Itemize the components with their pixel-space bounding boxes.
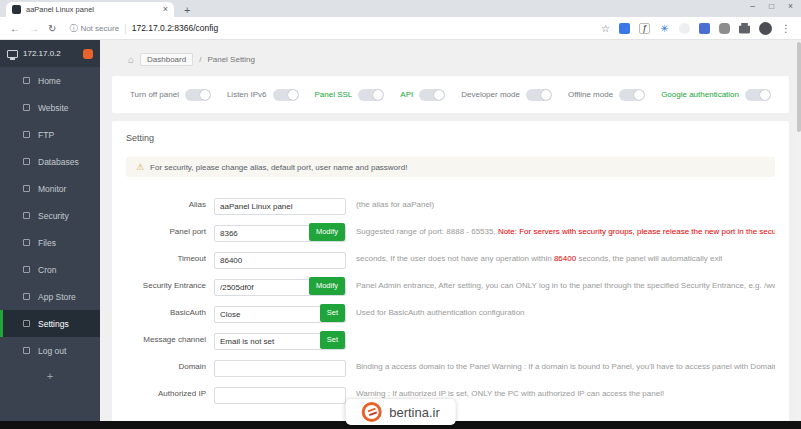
warning-text: For security, please change alias, defau… — [150, 163, 407, 172]
tab-title: aaPanel Linux panel — [26, 5, 158, 14]
form-row-basicauth: BasicAuth Set Used for BasicAuth authent… — [126, 299, 775, 326]
message-channel-set-button[interactable]: Set — [320, 331, 345, 349]
extension-icon[interactable]: ƒ — [639, 23, 650, 34]
sidebar-item-cron[interactable]: Cron — [0, 256, 100, 283]
form-row-message-channel: Message channel Set — [126, 326, 775, 353]
sidebar-item-databases[interactable]: Databases — [0, 148, 100, 175]
bertina-watermark: bertina.ir — [345, 399, 456, 425]
browser-tab[interactable]: aaPanel Linux panel × — [6, 2, 174, 17]
ftp-icon — [23, 131, 30, 138]
browser-tabstrip: aaPanel Linux panel × + – □ × — [0, 0, 801, 17]
toggle-listen-ipv6: Listen IPv6 — [227, 89, 299, 101]
clock-icon — [23, 266, 30, 273]
database-icon — [23, 158, 30, 165]
extension-icon[interactable] — [699, 23, 710, 34]
panel-port-modify-button[interactable]: Modify — [309, 223, 345, 241]
sidebar-collapse-icon[interactable]: + — [0, 370, 100, 382]
gear-icon — [23, 320, 30, 327]
extension-icon[interactable] — [619, 23, 630, 34]
sidebar: 172.17.0.2 Home Website FTP Databases Mo… — [0, 40, 100, 429]
info-icon: ⓘ — [69, 23, 77, 34]
domain-input[interactable] — [214, 360, 346, 377]
server-header[interactable]: 172.17.0.2 — [0, 40, 100, 67]
shield-extension-icon[interactable] — [679, 23, 690, 34]
notification-badge[interactable] — [83, 49, 93, 59]
toggle-turn-off-panel: Turn off panel — [130, 89, 211, 101]
main-content: ⌂ Dashboard / Panel Setting Turn off pan… — [100, 40, 801, 429]
authorized-ip-input[interactable] — [214, 387, 346, 404]
settings-form: Alias (the alias for aaPanel) Panel port… — [126, 191, 775, 407]
divider: | — [124, 23, 127, 34]
shield-icon — [23, 212, 30, 219]
sidebar-item-files[interactable]: Files — [0, 229, 100, 256]
sidebar-item-website[interactable]: Website — [0, 94, 100, 121]
not-secure-badge[interactable]: ⓘ Not secure — [69, 23, 119, 34]
toggle-developer-mode: Developer mode — [461, 89, 552, 101]
alias-input[interactable] — [214, 198, 346, 215]
window-close-icon[interactable]: × — [788, 1, 793, 11]
security-entrance-modify-button[interactable]: Modify — [309, 277, 345, 295]
monitor-icon — [7, 50, 18, 58]
page-scrollbar[interactable] — [796, 40, 801, 421]
form-row-domain: Domain Binding a access domain to the Pa… — [126, 353, 775, 380]
logout-icon — [23, 347, 30, 354]
breadcrumb-dashboard-link[interactable]: Dashboard — [140, 53, 193, 66]
api-switch[interactable] — [419, 89, 445, 101]
listen-ipv6-switch[interactable] — [273, 89, 299, 101]
forward-icon[interactable]: → — [29, 23, 39, 34]
turn-off-panel-switch[interactable] — [185, 89, 211, 101]
extension-icon[interactable]: ✳ — [659, 23, 670, 34]
profile-avatar[interactable] — [759, 22, 772, 35]
home-icon: ⌂ — [128, 54, 134, 65]
sidebar-item-monitor[interactable]: Monitor — [0, 175, 100, 202]
url-text[interactable]: 172.17.0.2:8366/config — [132, 23, 219, 33]
toggle-panel-ssl: Panel SSL — [315, 89, 385, 101]
window-maximize-icon[interactable]: □ — [769, 1, 774, 11]
basicauth-set-button[interactable]: Set — [320, 304, 345, 322]
breadcrumb: ⌂ Dashboard / Panel Setting — [128, 53, 801, 66]
tab-close-icon[interactable]: × — [163, 5, 168, 14]
window-minimize-icon[interactable]: – — [750, 1, 755, 11]
bookmark-star-icon[interactable]: ☆ — [601, 23, 610, 34]
tab-favicon — [12, 5, 21, 14]
server-ip: 172.17.0.2 — [23, 49, 78, 58]
form-row-security-entrance: Security Entrance Modify Panel Admin ent… — [126, 272, 775, 299]
reload-icon[interactable]: ↻ — [48, 23, 56, 34]
breadcrumb-current-page: Panel Setting — [207, 55, 255, 64]
form-row-alias: Alias (the alias for aaPanel) — [126, 191, 775, 218]
back-icon[interactable]: ← — [10, 23, 20, 34]
panel-ssl-switch[interactable] — [358, 89, 384, 101]
developer-mode-switch[interactable] — [526, 89, 552, 101]
sidebar-item-home[interactable]: Home — [0, 67, 100, 94]
extension-icon[interactable] — [719, 23, 730, 34]
sidebar-item-settings[interactable]: Settings — [0, 310, 100, 337]
new-tab-button[interactable]: + — [184, 4, 190, 17]
toggle-offline-mode: Offline mode — [568, 89, 645, 101]
sidebar-item-logout[interactable]: Log out — [0, 337, 100, 364]
offline-mode-switch[interactable] — [619, 89, 645, 101]
security-warning-bar: ⚠ For security, please change alias, def… — [126, 157, 775, 177]
sidebar-item-security[interactable]: Security — [0, 202, 100, 229]
browser-addressbar: ← → ↻ ⓘ Not secure | 172.17.0.2:8366/con… — [0, 17, 801, 40]
scrollbar-thumb[interactable] — [797, 42, 801, 132]
menu-dots-icon[interactable]: ⋮ — [781, 23, 791, 34]
form-row-timeout: Timeout seconds, If the user does not ha… — [126, 245, 775, 272]
setting-title: Setting — [126, 133, 775, 143]
google-authentication-switch[interactable] — [745, 89, 771, 101]
bertina-logo — [361, 402, 381, 422]
sidebar-item-app-store[interactable]: App Store — [0, 283, 100, 310]
breadcrumb-separator: / — [199, 55, 201, 64]
website-icon — [23, 104, 30, 111]
warning-icon: ⚠ — [136, 162, 144, 172]
sidebar-item-ftp[interactable]: FTP — [0, 121, 100, 148]
setting-card: Setting ⚠ For security, please change al… — [112, 121, 789, 429]
url-bar[interactable]: ⓘ Not secure | 172.17.0.2:8366/config — [69, 23, 592, 34]
folder-icon — [23, 239, 30, 246]
extensions-puzzle-icon[interactable] — [739, 23, 750, 34]
toggle-api: API — [400, 89, 445, 101]
timeout-input[interactable] — [214, 252, 346, 269]
grid-icon — [23, 293, 30, 300]
bertina-watermark-text: bertina.ir — [389, 405, 440, 420]
chart-icon — [23, 185, 30, 192]
home-icon — [23, 77, 30, 84]
